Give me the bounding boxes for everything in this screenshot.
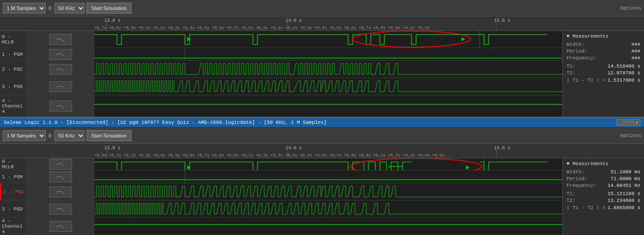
samples-select-top[interactable]: 1 M Samples: [3, 3, 46, 14]
channel-row-1-bottom: 1 - PGM ⌐¬_: [0, 171, 562, 183]
ctrl-icon-3-bottom[interactable]: ⌐¬_: [49, 204, 72, 215]
bottom-toolbar: 1 M Samples @ 50 KHz Start Simulation Op…: [0, 127, 644, 144]
at-label-bottom: @: [48, 133, 53, 138]
svg-text:14.0 s: 14.0 s: [286, 18, 302, 23]
meas-t1-label-top: T1:: [567, 64, 576, 69]
channel-row-0-bottom: 0 - MCLR ⌐¬_ ▶ ↔ ▶: [0, 158, 562, 171]
channel-label-4-bottom: 4 - Channel 4: [0, 218, 27, 235]
channel-label-4-top: 4 - Channel 4: [0, 95, 27, 117]
channel-row-3-bottom: 3 - PGD ⌐¬_: [0, 201, 562, 218]
restore-button[interactable]: □: [625, 119, 632, 126]
waveform-svg-3-bottom: [94, 201, 562, 217]
ruler-top: 13.0 s 14.0 s 15.0 s +0,7s +0,8s +0,9s +…: [0, 16, 644, 31]
svg-text:▶: ▶: [187, 164, 191, 170]
measurements-title-top[interactable]: ▼ Measurements: [567, 34, 640, 39]
waveform-svg-2-bottom: [94, 183, 562, 200]
bottom-panel: 1 M Samples @ 50 KHz Start Simulation Op…: [0, 127, 644, 235]
meas-period-label-top: Period:: [567, 49, 587, 54]
channel-controls-0-bottom: ⌐¬_: [27, 158, 94, 170]
meas-width-label-bottom: Width:: [567, 169, 585, 175]
channel-controls-1-top: ⌐¬_: [27, 48, 94, 60]
channel-row-2-bottom: 2 - PGC ⌐¬_: [0, 183, 562, 201]
channel-row-2-top: 2 - PGC ⌐¬_: [0, 61, 562, 78]
channel-label-1-top: 1 - PGM: [0, 48, 27, 60]
svg-text:↔: ↔: [388, 165, 391, 170]
ctrl-icon-2-bottom[interactable]: ⌐¬_: [49, 186, 72, 197]
frequency-select-top[interactable]: 50 KHz: [54, 3, 85, 14]
meas-t2-row-bottom: T2: 13.234600 s: [567, 198, 640, 203]
bottom-channels-area: 0 - MCLR ⌐¬_ ▶ ↔ ▶: [0, 158, 644, 235]
channel-controls-4-top: ⌐¬_: [27, 95, 94, 117]
signal-area-1-bottom: [94, 171, 562, 183]
signal-area-3-top: [94, 78, 562, 95]
ctrl-icon-4-bottom[interactable]: ⌐¬_: [49, 221, 72, 232]
measurements-panel-bottom: ▼ Measurements Width: 51.1000 ms Period:…: [562, 158, 644, 235]
start-simulation-button-bottom[interactable]: Start Simulation: [87, 130, 132, 141]
start-simulation-button-top[interactable]: Start Simulation: [87, 3, 132, 14]
waveform-svg-3-top: [94, 78, 562, 95]
meas-frequency-label-top: Frequency:: [567, 55, 596, 61]
svg-text:+0,7s +0,8s +0,9s  +0,1s +0,2s: +0,7s +0,8s +0,9s +0,1s +0,2s +0,3s +0,4…: [94, 26, 430, 30]
channel-controls-1-bottom: ⌐¬_: [27, 171, 94, 183]
signal-area-0-top: ▶ ▶: [94, 31, 562, 48]
channel-row-1-top: 1 - PGM ⌐¬_: [0, 48, 562, 61]
measurements-title-bottom[interactable]: ▼ Measurements: [567, 161, 640, 166]
svg-text:13.0 s: 13.0 s: [104, 18, 121, 23]
window-controls: _ □ ✕: [617, 119, 640, 126]
svg-text:▶: ▶: [187, 35, 191, 43]
frequency-select-bottom[interactable]: 50 KHz: [54, 130, 85, 141]
channel-row-3-top: 3 - PGD ⌐¬_: [0, 78, 562, 95]
waveform-svg-1-top: [94, 48, 562, 60]
channel-row-4-top: 4 - Channel 4 ⌐¬_: [0, 95, 562, 118]
meas-frequency-value-bottom: 14.08451 Hz: [607, 183, 640, 188]
waveform-svg-4-top: [94, 95, 562, 117]
ctrl-icon-2-top[interactable]: ⌐¬_: [49, 64, 72, 75]
options-button-top[interactable]: Options: [620, 5, 641, 11]
top-panel: 1 M Samples @ 50 KHz Start Simulation Op…: [0, 0, 644, 118]
meas-delta-value-top: 1.5317000 s: [607, 78, 640, 83]
ctrl-icon-1-bottom[interactable]: ⌐¬_: [49, 171, 72, 182]
samples-select-bottom[interactable]: 1 M Samples: [3, 130, 46, 141]
ctrl-icon-3-top[interactable]: ⌐¬_: [49, 81, 72, 92]
ctrl-icon-0-top[interactable]: ⌐¬_: [49, 34, 72, 45]
meas-width-value-bottom: 51.1000 ms: [610, 169, 640, 175]
meas-width-value-top: ###: [631, 42, 640, 47]
waveform-svg-0-top: ▶ ▶: [94, 31, 562, 48]
at-label-top: @: [48, 5, 53, 11]
meas-t2-label-top: T2:: [567, 70, 576, 76]
close-button[interactable]: ✕: [633, 119, 640, 126]
channel-label-0-bottom: 0 - MCLR: [0, 158, 27, 170]
signal-area-2-bottom: [94, 183, 562, 200]
waveform-svg-4-bottom: [94, 218, 562, 235]
channel-controls-2-top: ⌐¬_: [27, 61, 94, 78]
signal-area-1-top: [94, 48, 562, 60]
channel-label-3-top: 3 - PGD: [0, 78, 27, 95]
channel-controls-2-bottom: ⌐¬_: [27, 183, 94, 200]
meas-t1-label-bottom: T1:: [567, 191, 576, 196]
svg-text:15.0 s: 15.0 s: [494, 18, 510, 23]
ctrl-icon-0-bottom[interactable]: ⌐¬_: [49, 159, 72, 170]
svg-text:▶: ▶: [461, 35, 465, 43]
svg-text:15.0 s: 15.0 s: [494, 146, 510, 151]
meas-period-label-bottom: Period:: [567, 176, 587, 181]
title-bar: Saleae Logic 1.1.8 - [Disconnected] - [U…: [0, 118, 644, 127]
options-button-bottom[interactable]: Options: [620, 133, 641, 138]
signal-area-3-bottom: [94, 201, 562, 217]
svg-point-26: [350, 158, 482, 170]
ctrl-icon-1-top[interactable]: ⌐¬_: [49, 49, 72, 60]
channel-controls-3-top: ⌐¬_: [27, 78, 94, 95]
ruler-bottom: 13.0 s 14.0 s 15.0 s +0,9s +0,1s +0,2s +…: [0, 144, 644, 158]
meas-frequency-label-bottom: Frequency:: [567, 183, 596, 188]
channel-controls-3-bottom: ⌐¬_: [27, 201, 94, 217]
top-toolbar: 1 M Samples @ 50 KHz Start Simulation Op…: [0, 0, 644, 16]
meas-t1-value-bottom: 15.121180 s: [607, 191, 640, 196]
svg-text:▶: ▶: [466, 164, 470, 170]
meas-frequency-top: Frequency: ###: [567, 55, 640, 61]
meas-period-value-top: ###: [631, 49, 640, 54]
title-text: Saleae Logic 1.1.8 - [Disconnected] - [U…: [4, 120, 327, 125]
channel-row-0-top: 0 - MCLR ⌐¬_ ▶ ▶: [0, 31, 562, 48]
signal-area-0-bottom: ▶ ↔ ▶: [94, 158, 562, 170]
minimize-button[interactable]: _: [617, 119, 624, 126]
waveform-svg-2-top: [94, 61, 562, 78]
ctrl-icon-4-top[interactable]: ⌐¬_: [49, 101, 72, 112]
